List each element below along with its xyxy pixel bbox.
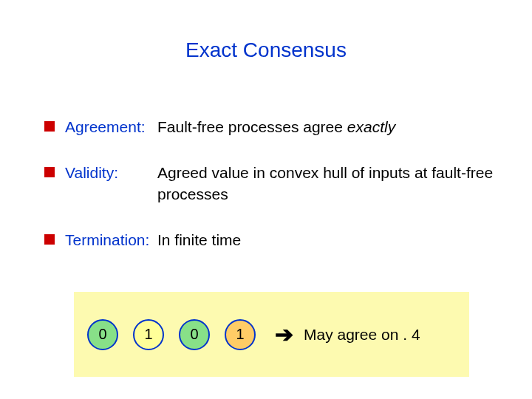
node-3: 1	[225, 319, 256, 350]
term-agreement: Agreement:	[65, 117, 157, 137]
slide-title: Exact Consensus	[0, 38, 532, 62]
bullet-row-agreement: Agreement: Fault-free processes agree ex…	[44, 117, 495, 137]
bullet-icon	[44, 167, 55, 177]
desc-validity: Agreed value in convex hull of inputs at…	[157, 163, 495, 205]
node-2: 0	[179, 319, 210, 350]
slide-body: Agreement: Fault-free processes agree ex…	[44, 117, 495, 276]
bullet-icon	[44, 121, 55, 132]
arrow-icon: ➔	[275, 321, 293, 347]
bullet-icon	[44, 234, 55, 245]
panel-text: May agree on . 4	[304, 326, 420, 344]
bullet-row-validity: Validity: Agreed value in convex hull of…	[44, 163, 495, 205]
slide: Exact Consensus Agreement: Fault-free pr…	[0, 0, 532, 399]
desc-agreement-em: exactly	[347, 118, 395, 135]
bullet-row-termination: Termination: In finite time	[44, 230, 495, 250]
node-1: 1	[133, 319, 164, 350]
term-termination: Termination:	[65, 230, 157, 250]
desc-agreement-pre: Fault-free processes agree	[157, 118, 347, 135]
desc-termination: In finite time	[157, 230, 495, 250]
example-panel: 0 1 0 1 ➔ May agree on . 4	[74, 292, 469, 377]
desc-agreement: Fault-free processes agree exactly	[157, 117, 495, 137]
term-validity: Validity:	[65, 163, 157, 183]
node-0: 0	[87, 319, 118, 350]
